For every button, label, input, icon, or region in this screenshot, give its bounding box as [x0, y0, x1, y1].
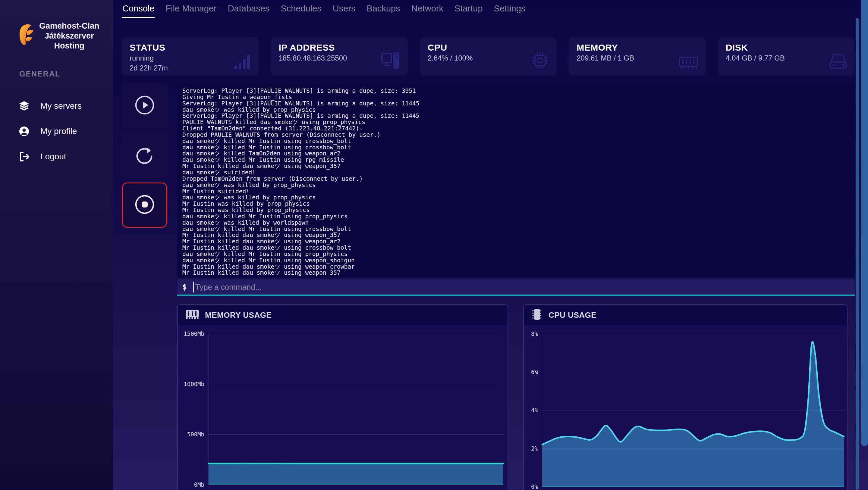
sidebar-item-logout[interactable]: Logout — [19, 144, 113, 169]
server-tabs: Console File Manager Databases Schedules… — [122, 0, 526, 19]
status-card: STATUS running 2d 22h 27m — [122, 37, 258, 75]
memory-usage-header: MEMORY USAGE — [178, 305, 507, 325]
memory-card: MEMORY 209.61 MB / 1 GB — [569, 37, 706, 75]
cpu-card: CPU 2.64% / 100% — [420, 37, 557, 75]
y-axis-tick-label: 8% — [531, 330, 538, 337]
y-axis-tick-label: 2% — [531, 445, 538, 452]
sidebar-item-label: My profile — [40, 127, 77, 136]
cpu-usage-title: CPU USAGE — [549, 311, 596, 320]
status-card-title: STATUS — [130, 42, 251, 53]
dollar-prompt: $ — [182, 283, 187, 291]
y-axis-tick-label: 500Mb — [187, 431, 204, 437]
disk-card-title: DISK — [726, 42, 847, 53]
sidebar-item-label: My servers — [40, 101, 82, 111]
y-axis-tick-label: 1500Mb — [184, 330, 204, 337]
disk-card: DISK 4.04 GB / 9.77 GB — [718, 37, 855, 75]
brand-name: Gamehost-Clan Játékszerver Hosting — [39, 21, 99, 51]
cpu-usage-panel: CPU USAGE 0%2%4%6%8% — [523, 304, 847, 490]
tab-file-manager[interactable]: File Manager — [165, 2, 217, 18]
tab-startup[interactable]: Startup — [454, 2, 484, 18]
ip-card-title: IP ADDRESS — [278, 42, 400, 53]
cpu-chip-icon — [531, 51, 550, 71]
command-input[interactable] — [195, 283, 768, 292]
cpu-usage-series — [542, 334, 844, 487]
tab-settings[interactable]: Settings — [493, 2, 526, 18]
sidebar-item-label: Logout — [40, 152, 66, 161]
console-output[interactable]: ServerLog: Player [3][PAULIE WALNUTS] is… — [177, 83, 855, 278]
ram-icon — [679, 56, 699, 71]
cpu-usage-icon — [531, 307, 543, 323]
signal-bars-icon — [234, 54, 251, 71]
panel-scrollbar[interactable] — [856, 18, 859, 490]
y-axis-tick-label: 1000Mb — [184, 381, 204, 387]
memory-usage-icon — [185, 308, 199, 322]
page-scrollbar[interactable] — [861, 0, 868, 446]
play-icon — [135, 95, 155, 116]
brand-logo-icon — [18, 24, 34, 49]
status-value: running — [130, 54, 251, 63]
tab-network[interactable]: Network — [411, 2, 444, 18]
start-button[interactable] — [122, 83, 167, 128]
restart-icon — [135, 145, 155, 166]
brand: Gamehost-Clan Játékszerver Hosting — [0, 0, 113, 51]
sidebar: Gamehost-Clan Játékszerver Hosting GENER… — [0, 0, 113, 490]
tab-backups[interactable]: Backups — [366, 2, 401, 18]
text-cursor — [193, 282, 194, 292]
y-axis-tick-label: 0Mb — [194, 481, 204, 488]
cpu-chart-body: 0%2%4%6%8% — [524, 325, 847, 490]
tab-schedules[interactable]: Schedules — [280, 2, 322, 18]
restart-button[interactable] — [122, 133, 167, 178]
memory-usage-series — [209, 334, 503, 485]
server-console-page: Gamehost-Clan Játékszerver Hosting GENER… — [0, 0, 868, 490]
sidebar-nav: My servers My profile — [0, 78, 113, 169]
tab-console[interactable]: Console — [122, 2, 155, 18]
memory-chart-body: 0Mb500Mb1000Mb1500Mb — [178, 325, 507, 490]
uptime-value: 2d 22h 27m — [130, 64, 251, 73]
sidebar-item-my-profile[interactable]: My profile — [19, 119, 113, 144]
stat-cards: STATUS running 2d 22h 27m IP ADDRESS 185… — [122, 37, 855, 75]
command-bar: $ — [177, 280, 855, 296]
tab-users[interactable]: Users — [332, 2, 356, 18]
memory-usage-panel: MEMORY USAGE 0Mb500Mb1000Mb1500Mb — [177, 304, 508, 490]
disk-icon — [829, 54, 847, 71]
y-axis-tick-label: 4% — [531, 407, 538, 414]
tab-databases[interactable]: Databases — [227, 2, 270, 18]
user-icon — [19, 126, 30, 137]
sidebar-section-general: GENERAL — [0, 51, 113, 78]
stop-icon — [135, 195, 155, 216]
cpu-chart-plot: 0%2%4%6%8% — [542, 334, 844, 487]
sidebar-item-my-servers[interactable]: My servers — [19, 93, 113, 119]
power-controls — [122, 83, 167, 228]
logout-icon — [19, 151, 30, 162]
y-axis-tick-label: 6% — [531, 369, 538, 375]
ip-address-card: IP ADDRESS 185.80.48.163:25500 — [271, 37, 407, 75]
memory-card-title: MEMORY — [577, 42, 698, 53]
cpu-usage-header: CPU USAGE — [524, 305, 847, 325]
memory-chart-plot: 0Mb500Mb1000Mb1500Mb — [208, 334, 503, 485]
stop-button[interactable] — [122, 183, 167, 228]
memory-usage-title: MEMORY USAGE — [205, 311, 272, 320]
console-log-lines: ServerLog: Player [3][PAULIE WALNUTS] is… — [182, 88, 855, 276]
y-axis-tick-label: 0% — [531, 483, 538, 490]
computer-icon — [381, 52, 401, 71]
layers-icon — [19, 101, 30, 111]
